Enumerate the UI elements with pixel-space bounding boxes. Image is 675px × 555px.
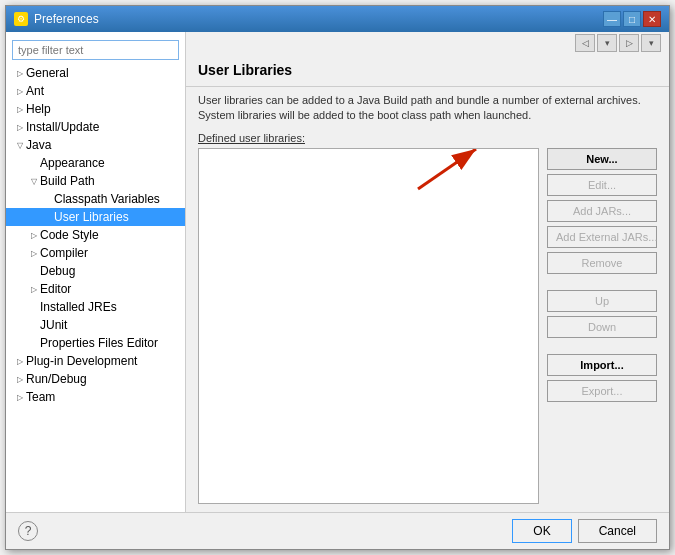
- sidebar-item-label: Code Style: [40, 228, 99, 242]
- new-button[interactable]: New...: [547, 148, 657, 170]
- sidebar-item-java[interactable]: ▽ Java: [6, 136, 185, 154]
- forward-button[interactable]: ▷: [619, 34, 639, 52]
- sidebar-item-team[interactable]: ▷ Team: [6, 388, 185, 406]
- sidebar-item-label: Appearance: [40, 156, 105, 170]
- sidebar-item-label: Run/Debug: [26, 372, 87, 386]
- expand-icon: ▷: [14, 67, 26, 79]
- up-button[interactable]: Up: [547, 290, 657, 312]
- svg-line-1: [418, 149, 476, 189]
- sidebar-item-label: General: [26, 66, 69, 80]
- expand-icon: ▷: [28, 247, 40, 259]
- help-button[interactable]: ?: [18, 521, 38, 541]
- defined-label: Defined user libraries:: [186, 130, 669, 148]
- edit-button[interactable]: Edit...: [547, 174, 657, 196]
- sidebar-item-installed-jres[interactable]: Installed JREs: [6, 298, 185, 316]
- bottom-buttons: OK Cancel: [512, 519, 657, 543]
- spacer-icon: [28, 265, 40, 277]
- sidebar-item-label: JUnit: [40, 318, 67, 332]
- sidebar-item-junit[interactable]: JUnit: [6, 316, 185, 334]
- sidebar-item-label: Debug: [40, 264, 75, 278]
- description-text: User libraries can be added to a Java Bu…: [186, 87, 669, 130]
- sidebar-item-label: Help: [26, 102, 51, 116]
- sidebar-item-compiler[interactable]: ▷ Compiler: [6, 244, 185, 262]
- content-area: ▷ General ▷ Ant ▷ Help ▷ Install/Update …: [6, 32, 669, 512]
- down-button[interactable]: Down: [547, 316, 657, 338]
- sidebar-item-label: User Libraries: [54, 210, 129, 224]
- spacer-icon: [42, 193, 54, 205]
- sidebar-item-user-libraries[interactable]: User Libraries: [6, 208, 185, 226]
- close-button[interactable]: ✕: [643, 11, 661, 27]
- sidebar-item-label: Installed JREs: [40, 300, 117, 314]
- forward-dropdown-button[interactable]: ▾: [597, 34, 617, 52]
- spacer: [547, 278, 657, 286]
- expand-icon: ▷: [14, 355, 26, 367]
- libraries-list[interactable]: [198, 148, 539, 504]
- expand-icon: ▷: [28, 229, 40, 241]
- spacer-icon: [42, 211, 54, 223]
- spacer-icon: [28, 301, 40, 313]
- sidebar-item-properties-files-editor[interactable]: Properties Files Editor: [6, 334, 185, 352]
- nav-dropdown-button[interactable]: ▾: [641, 34, 661, 52]
- title-bar: ⚙ Preferences — □ ✕: [6, 6, 669, 32]
- sidebar-item-label: Java: [26, 138, 51, 152]
- title-controls: — □ ✕: [603, 11, 661, 27]
- expand-icon: ▷: [14, 121, 26, 133]
- minimize-button[interactable]: —: [603, 11, 621, 27]
- spacer: [547, 342, 657, 350]
- title-bar-left: ⚙ Preferences: [14, 12, 99, 26]
- expand-icon: ▽: [28, 175, 40, 187]
- ok-button[interactable]: OK: [512, 519, 571, 543]
- panel-header: User Libraries: [186, 54, 669, 87]
- cancel-button[interactable]: Cancel: [578, 519, 657, 543]
- window-title: Preferences: [34, 12, 99, 26]
- red-arrow-indicator: [408, 148, 488, 199]
- sidebar-item-label: Build Path: [40, 174, 95, 188]
- sidebar-item-code-style[interactable]: ▷ Code Style: [6, 226, 185, 244]
- expand-icon: ▷: [14, 85, 26, 97]
- expand-icon: ▷: [14, 103, 26, 115]
- nav-bar: ◁ ▾ ▷ ▾: [186, 32, 669, 54]
- remove-button[interactable]: Remove: [547, 252, 657, 274]
- add-jars-button[interactable]: Add JARs...: [547, 200, 657, 222]
- expand-icon: ▷: [14, 373, 26, 385]
- expand-icon: ▷: [28, 283, 40, 295]
- back-button[interactable]: ◁: [575, 34, 595, 52]
- sidebar-item-help[interactable]: ▷ Help: [6, 100, 185, 118]
- sidebar-item-label: Install/Update: [26, 120, 99, 134]
- sidebar-item-label: Compiler: [40, 246, 88, 260]
- panel-body: New... Edit... Add JARs... Add External …: [186, 148, 669, 512]
- sidebar-item-label: Plug-in Development: [26, 354, 137, 368]
- sidebar-item-ant[interactable]: ▷ Ant: [6, 82, 185, 100]
- spacer-icon: [28, 157, 40, 169]
- sidebar-item-label: Ant: [26, 84, 44, 98]
- spacer-icon: [28, 319, 40, 331]
- spacer-icon: [28, 337, 40, 349]
- sidebar-item-run-debug[interactable]: ▷ Run/Debug: [6, 370, 185, 388]
- sidebar-item-label: Team: [26, 390, 55, 404]
- maximize-button[interactable]: □: [623, 11, 641, 27]
- sidebar-item-debug[interactable]: Debug: [6, 262, 185, 280]
- bottom-bar: ? OK Cancel: [6, 512, 669, 549]
- add-external-jars-button[interactable]: Add External JARs...: [547, 226, 657, 248]
- sidebar-item-appearance[interactable]: Appearance: [6, 154, 185, 172]
- export-button[interactable]: Export...: [547, 380, 657, 402]
- preferences-window: ⚙ Preferences — □ ✕ ▷ General ▷ Ant ▷: [5, 5, 670, 550]
- sidebar-item-editor[interactable]: ▷ Editor: [6, 280, 185, 298]
- import-button[interactable]: Import...: [547, 354, 657, 376]
- expand-icon: ▽: [14, 139, 26, 151]
- sidebar-item-label: Properties Files Editor: [40, 336, 158, 350]
- window-icon: ⚙: [14, 12, 28, 26]
- sidebar-item-build-path[interactable]: ▽ Build Path: [6, 172, 185, 190]
- filter-input[interactable]: [12, 40, 179, 60]
- sidebar-item-install-update[interactable]: ▷ Install/Update: [6, 118, 185, 136]
- sidebar-item-label: Editor: [40, 282, 71, 296]
- sidebar-item-classpath-variables[interactable]: Classpath Variables: [6, 190, 185, 208]
- panel-title: User Libraries: [198, 62, 657, 78]
- sidebar-item-plugin-development[interactable]: ▷ Plug-in Development: [6, 352, 185, 370]
- sidebar: ▷ General ▷ Ant ▷ Help ▷ Install/Update …: [6, 32, 186, 512]
- sidebar-item-label: Classpath Variables: [54, 192, 160, 206]
- main-panel: ◁ ▾ ▷ ▾ User Libraries User libraries ca…: [186, 32, 669, 512]
- action-buttons: New... Edit... Add JARs... Add External …: [547, 148, 657, 504]
- sidebar-item-general[interactable]: ▷ General: [6, 64, 185, 82]
- expand-icon: ▷: [14, 391, 26, 403]
